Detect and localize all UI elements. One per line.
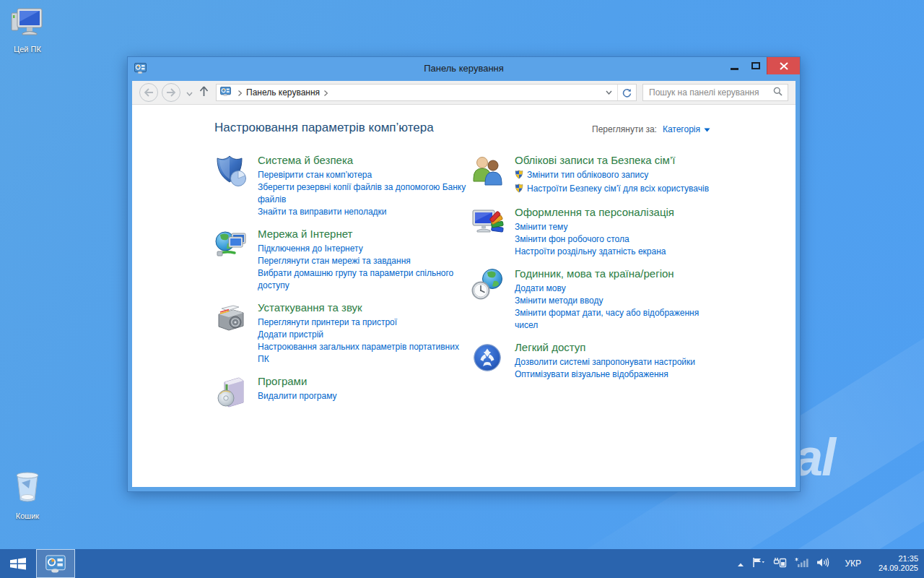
- page-title: Настроювання параметрів комп’ютера: [214, 121, 434, 135]
- security-shield-icon[interactable]: [214, 154, 248, 189]
- back-arrow-icon: [144, 88, 154, 97]
- address-bar[interactable]: Панель керування: [216, 84, 637, 101]
- task-link[interactable]: Видалити програму: [258, 390, 468, 402]
- ease-of-access-icon[interactable]: [471, 341, 505, 376]
- uac-shield-icon: [515, 170, 523, 183]
- task-link-label: Настроїти Безпеку сім’ї для всіх користу…: [527, 184, 709, 194]
- tray-show-hidden-icons-chevron[interactable]: [737, 557, 744, 570]
- close-icon: [780, 62, 788, 70]
- desktop: al Цей ПК Кошик: [0, 0, 924, 578]
- recycle-bin-icon: [4, 470, 51, 507]
- recent-pages-chevron-icon[interactable]: [186, 86, 193, 99]
- task-link[interactable]: Настроїти роздільну здатність екрана: [515, 246, 720, 258]
- search-box[interactable]: [642, 84, 788, 101]
- category-clock-language-region: Годинник, мова та країна/регіон Додати м…: [471, 267, 720, 332]
- maximize-button[interactable]: [745, 57, 767, 74]
- minimize-button[interactable]: [723, 57, 745, 74]
- task-link-with-uac[interactable]: Настроїти Безпеку сім’ї для всіх користу…: [515, 183, 720, 197]
- windows-logo-icon: [9, 557, 27, 570]
- refresh-button[interactable]: [617, 85, 636, 100]
- taskbar-control-panel-button[interactable]: [36, 549, 75, 578]
- task-link[interactable]: Підключення до Інтернету: [258, 243, 468, 255]
- clock-language-icon[interactable]: [471, 267, 505, 302]
- control-panel-icon: [220, 86, 231, 99]
- task-link[interactable]: Додати пристрій: [258, 329, 468, 341]
- task-link[interactable]: Змінити формат дати, часу або відображен…: [515, 307, 720, 332]
- task-link[interactable]: Настроювання загальних параметрів портат…: [258, 341, 468, 366]
- refresh-icon: [622, 88, 632, 98]
- back-button[interactable]: [139, 83, 158, 102]
- view-by-chevron-icon[interactable]: [704, 124, 710, 134]
- category-title[interactable]: Устаткування та звук: [258, 301, 468, 314]
- category-title[interactable]: Оформлення та персоналізація: [515, 206, 720, 218]
- task-link[interactable]: Переглянути принтери та пристрої: [258, 316, 468, 329]
- category-network-internet: Мережа й Інтернет Підключення до Інтерне…: [214, 228, 468, 292]
- printer-icon[interactable]: [214, 301, 248, 336]
- forward-arrow-icon: [166, 88, 176, 97]
- action-center-flag-icon[interactable]: [752, 557, 765, 571]
- breadcrumb-arrow-icon[interactable]: [324, 86, 328, 99]
- view-by-label: Переглянути за:: [592, 124, 657, 134]
- task-link[interactable]: Зберегти резервні копії файлів за допомо…: [258, 181, 468, 206]
- window-titlebar[interactable]: Панель керування: [128, 57, 800, 81]
- task-link[interactable]: Дозволити системі запропонувати настройк…: [515, 356, 720, 368]
- personalization-icon[interactable]: [471, 206, 505, 241]
- control-panel-icon: [45, 555, 66, 573]
- user-accounts-icon[interactable]: [471, 154, 505, 189]
- category-column-left: Система й безпека Перевірити стан комп’ю…: [214, 154, 468, 419]
- category-title[interactable]: Облікові записи та Безпека сім’ї: [515, 154, 720, 166]
- power-battery-icon[interactable]: [773, 557, 787, 571]
- up-button[interactable]: [199, 86, 209, 100]
- desktop-icon-label: Цей ПК: [14, 45, 41, 53]
- taskbar: УКР 21:35 24.09.2025: [0, 549, 924, 578]
- control-panel-window: Панель керування: [127, 56, 801, 492]
- task-link[interactable]: Знайти та виправити неполадки: [258, 206, 468, 218]
- task-link[interactable]: Змінити фон робочого стола: [515, 233, 720, 246]
- control-panel-icon: [134, 63, 147, 77]
- category-title[interactable]: Годинник, мова та країна/регіон: [515, 267, 720, 280]
- category-appearance-personalization: Оформлення та персоналізація Змінити тем…: [471, 206, 720, 258]
- category-column-right: Облікові записи та Безпека сім’ї: [471, 154, 720, 390]
- close-button[interactable]: [767, 57, 800, 74]
- desktop-icon-recycle-bin[interactable]: Кошик: [4, 470, 51, 522]
- category-user-accounts: Облікові записи та Безпека сім’ї: [471, 154, 720, 197]
- task-link[interactable]: Перевірити стан комп’ютера: [258, 169, 468, 181]
- breadcrumb-arrow-icon[interactable]: [238, 86, 242, 99]
- start-button[interactable]: [0, 549, 36, 578]
- view-by-dropdown[interactable]: Категорія: [663, 124, 700, 134]
- system-tray: УКР 21:35 24.09.2025: [737, 554, 918, 573]
- task-link[interactable]: Переглянути стан мережі та завдання: [258, 255, 468, 267]
- task-link[interactable]: Змінити методи вводу: [515, 295, 720, 307]
- navigation-bar: Панель керування: [132, 81, 796, 105]
- task-link[interactable]: Додати мову: [515, 282, 720, 295]
- search-icon[interactable]: [773, 86, 783, 99]
- clock[interactable]: 21:35 24.09.2025: [873, 554, 918, 573]
- category-title[interactable]: Система й безпека: [258, 154, 468, 166]
- address-dropdown-chevron-icon[interactable]: [600, 85, 617, 100]
- category-title[interactable]: Мережа й Інтернет: [258, 228, 468, 240]
- desktop-icon-this-pc[interactable]: Цей ПК: [4, 6, 51, 55]
- this-pc-icon: [4, 6, 51, 40]
- category-ease-of-access: Легкий доступ Дозволити системі запропон…: [471, 341, 720, 381]
- network-signal-icon[interactable]: [795, 557, 808, 571]
- forward-button[interactable]: [162, 83, 180, 102]
- volume-icon[interactable]: [816, 557, 829, 571]
- software-box-icon[interactable]: [214, 375, 248, 410]
- task-link-with-uac[interactable]: Змінити тип облікового запису: [515, 169, 720, 183]
- task-link[interactable]: Змінити тему: [515, 221, 720, 233]
- clock-date: 24.09.2025: [873, 564, 918, 573]
- clock-time: 21:35: [873, 554, 918, 564]
- category-title[interactable]: Легкий доступ: [515, 341, 720, 353]
- category-programs: Програми Видалити програму: [214, 375, 468, 410]
- category-system-security: Система й безпека Перевірити стан комп’ю…: [214, 154, 468, 218]
- window-title: Панель керування: [424, 63, 504, 74]
- category-title[interactable]: Програми: [258, 375, 468, 387]
- task-link-label: Змінити тип облікового запису: [527, 170, 648, 180]
- task-link[interactable]: Вибрати домашню групу та параметри спіль…: [258, 267, 468, 292]
- language-indicator[interactable]: УКР: [845, 558, 861, 569]
- task-link[interactable]: Оптимізувати візуальне відображення: [515, 368, 720, 381]
- search-input[interactable]: [643, 87, 773, 98]
- network-globe-icon[interactable]: [214, 228, 248, 262]
- category-hardware-sound: Устаткування та звук Переглянути принтер…: [214, 301, 468, 366]
- breadcrumb[interactable]: Панель керування: [246, 87, 320, 98]
